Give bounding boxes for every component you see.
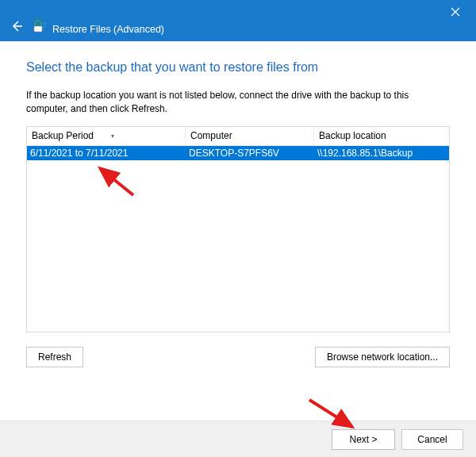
- column-header-computer[interactable]: Computer: [186, 127, 314, 145]
- window-title: Restore Files (Advanced): [52, 24, 164, 35]
- cell-computer: DESKTOP-S7PFS6V: [186, 146, 314, 160]
- column-header-period[interactable]: Backup Period ▾: [27, 127, 186, 145]
- svg-rect-0: [34, 26, 42, 32]
- cancel-button[interactable]: Cancel: [401, 429, 463, 450]
- titlebar: Restore Files (Advanced): [0, 0, 476, 41]
- list-header: Backup Period ▾ Computer Backup location: [27, 127, 449, 146]
- button-row: Refresh Browse network location...: [26, 347, 450, 367]
- cell-period: 6/11/2021 to 7/11/2021: [27, 146, 186, 160]
- app-icon: [32, 19, 48, 35]
- content-area: Select the backup that you want to resto…: [0, 41, 476, 375]
- refresh-button[interactable]: Refresh: [26, 347, 83, 367]
- back-arrow-icon[interactable]: [8, 17, 25, 35]
- column-label: Computer: [190, 130, 232, 141]
- instruction-text: If the backup location you want is not l…: [26, 89, 450, 117]
- backup-row-selected[interactable]: 6/11/2021 to 7/11/2021 DESKTOP-S7PFS6V \…: [27, 146, 449, 160]
- column-label: Backup Period: [32, 130, 94, 141]
- cell-location: \\192.168.85.1\Backup: [314, 146, 449, 160]
- column-header-location[interactable]: Backup location: [314, 127, 449, 145]
- next-button[interactable]: Next >: [332, 429, 395, 450]
- sort-chevron-icon: ▾: [111, 132, 114, 140]
- close-button[interactable]: [440, 2, 471, 22]
- column-label: Backup location: [319, 130, 386, 141]
- wizard-footer: Next > Cancel: [0, 421, 476, 457]
- page-heading: Select the backup that you want to resto…: [26, 60, 450, 75]
- backup-list[interactable]: Backup Period ▾ Computer Backup location…: [26, 126, 450, 332]
- browse-network-button[interactable]: Browse network location...: [315, 347, 450, 367]
